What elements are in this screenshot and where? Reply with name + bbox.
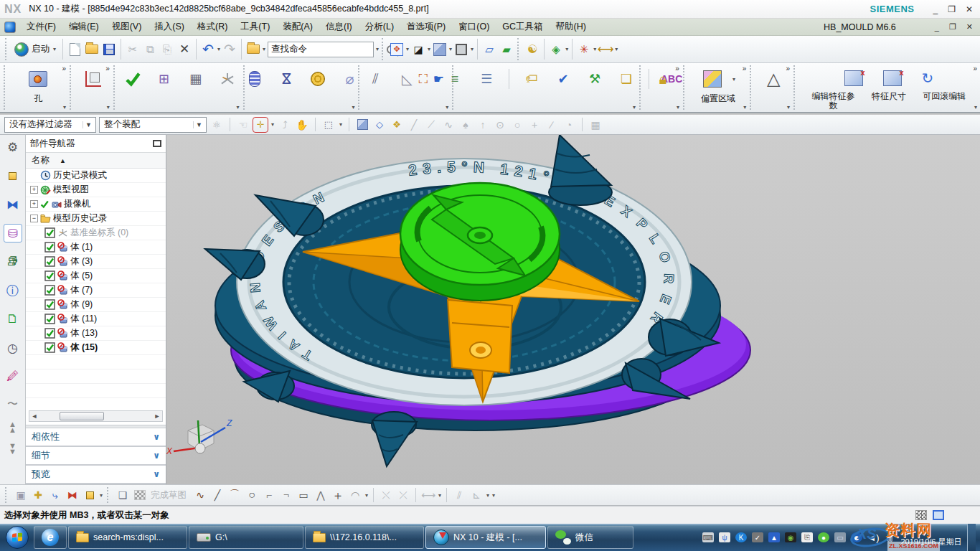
scroll-right-arrow[interactable]: ► — [152, 413, 162, 420]
checkbox-checked-icon[interactable] — [44, 342, 55, 353]
group-dropdown-arrow[interactable]: ▾ — [743, 104, 746, 110]
menu-insert[interactable]: 插入(S) — [148, 19, 191, 35]
chevron-down-icon[interactable]: ∨ — [153, 469, 160, 479]
shaded-cube-button[interactable] — [431, 41, 448, 58]
quick-extend-button[interactable]: ⤫ — [395, 487, 411, 503]
open-button[interactable] — [83, 41, 100, 58]
app-menu-icon[interactable] — [4, 22, 16, 33]
doc-minimize-button[interactable]: _ — [935, 23, 939, 32]
line2-snap-button[interactable]: ⟋ — [424, 118, 438, 132]
expand-plus[interactable]: + — [30, 186, 38, 194]
overflow-chevron[interactable]: » — [786, 65, 791, 72]
section-plane-button[interactable]: ▱ — [481, 41, 498, 58]
checkbox-checked-icon[interactable] — [44, 227, 55, 238]
section-details[interactable]: 细节 ∨ — [26, 447, 166, 466]
move-component-button[interactable]: ⤷ — [47, 487, 63, 503]
menu-information[interactable]: 信息(I) — [319, 19, 359, 35]
dropdown-caret[interactable]: ▼ — [83, 121, 94, 128]
tray-volume-icon[interactable]: ◄) — [867, 532, 879, 542]
note-tag-button[interactable]: 🏷︎ — [519, 67, 544, 90]
circle-snap-button[interactable]: ○ — [510, 118, 524, 132]
marquee-select-button[interactable]: ⬚ — [321, 118, 336, 132]
copy-button[interactable]: ⧉ — [141, 41, 159, 58]
offset-curve-button[interactable]: ◠ — [347, 487, 363, 503]
toolbar-drag-handle[interactable] — [107, 487, 111, 503]
expand-plus[interactable]: + — [30, 200, 38, 208]
tray-keyboard-icon[interactable]: ⌨ — [702, 532, 714, 542]
sketch-button[interactable]: ❏ — [115, 487, 131, 503]
overflow-chevron[interactable]: » — [743, 65, 747, 72]
tray-network-icon[interactable]: ⫿⫿ — [884, 532, 895, 542]
constraints-dropdown-arrow[interactable]: ▾ — [486, 492, 489, 499]
tree-item-history-mode[interactable]: 历史记录模式 — [26, 169, 166, 183]
assembly-navigator-icon[interactable] — [4, 166, 22, 185]
find-command-input[interactable] — [271, 44, 387, 55]
chamfer-button[interactable]: ¬ — [278, 487, 294, 503]
toolbar-drag-handle[interactable] — [5, 38, 9, 60]
overflow-chevron[interactable]: » — [675, 65, 679, 72]
menu-view[interactable]: 视图(V) — [105, 19, 149, 35]
spline-snap-button[interactable]: ♠ — [458, 118, 473, 132]
delete-button[interactable]: ✕ — [176, 41, 193, 58]
checkbox-checked-icon[interactable] — [44, 299, 55, 310]
check-body-button[interactable]: ✔ — [551, 67, 575, 90]
undo-dropdown-arrow[interactable]: ▾ — [217, 46, 220, 52]
hole-button[interactable] — [26, 67, 50, 90]
start-button[interactable] — [1, 525, 33, 550]
face-snap-button[interactable]: ◔ — [562, 118, 576, 132]
toolbar-drag-handle[interactable] — [5, 487, 9, 503]
dropdown-caret[interactable]: ▼ — [193, 121, 204, 128]
resource-gear-icon[interactable]: ⚙ — [4, 138, 22, 156]
highlight-filter-button[interactable]: ⚛ — [209, 118, 224, 132]
datum-plane-button[interactable]: △ — [761, 67, 786, 90]
circle-center-snap-button[interactable]: ⊙ — [493, 118, 507, 132]
point-button[interactable]: ＋ — [330, 487, 346, 503]
paste-button[interactable]: ⎘ — [159, 41, 176, 58]
tray-usb-icon[interactable]: ψ — [719, 532, 730, 542]
new-file-button[interactable] — [66, 41, 83, 58]
doc-restore-button[interactable]: ❐ — [949, 22, 956, 32]
toolbar-drag-handle[interactable] — [113, 65, 117, 110]
tree-item-body-1[interactable]: 体 (1) — [26, 240, 166, 255]
chevron-down-icon[interactable]: ∨ — [153, 451, 160, 461]
tree-item-model-history[interactable]: − 模型历史记录 — [26, 212, 166, 226]
tree-item-body-5[interactable]: 体 (5) — [26, 269, 166, 283]
minimize-button[interactable]: _ — [933, 5, 938, 14]
expand-minus[interactable]: − — [30, 215, 38, 222]
group-dropdown-arrow[interactable]: ▾ — [974, 104, 977, 110]
selection-scope-dropdown[interactable]: 整个装配 ▼ — [99, 117, 207, 133]
snap-view-button[interactable]: ✳ — [575, 41, 593, 58]
measure-button[interactable]: ⟷ — [597, 41, 614, 58]
tray-app-a-icon[interactable]: ▲ — [768, 532, 780, 542]
crossed-spring-button[interactable]: ⌀ — [337, 67, 362, 90]
checkbox-checked-icon[interactable] — [44, 270, 55, 281]
menu-analysis[interactable]: 分析(L) — [359, 19, 400, 35]
edit-feature-params-button[interactable] — [844, 70, 863, 86]
fillet-button[interactable]: ⌐ — [261, 487, 277, 503]
background-button[interactable] — [453, 41, 470, 58]
slash-snap-button[interactable]: ∕ — [545, 118, 559, 132]
background-dropdown-arrow[interactable]: ▾ — [471, 46, 473, 52]
taskbar-task-search[interactable]: search-ms:displ... — [68, 526, 187, 549]
group-dropdown-arrow[interactable]: ▾ — [677, 104, 679, 110]
examine-geometry-button[interactable] — [121, 67, 145, 90]
polygon-button[interactable]: ⋀ — [313, 487, 329, 503]
save-button[interactable] — [100, 41, 118, 58]
snap-dropdown-arrow[interactable]: ▾ — [271, 121, 274, 128]
taskbar-ie-button[interactable]: e — [34, 526, 67, 549]
toolbar-drag-handle[interactable] — [382, 38, 386, 60]
section-dependencies[interactable]: 相依性 ∨ — [26, 428, 166, 447]
start-menu-button[interactable]: 启动 ▾ — [11, 41, 60, 58]
start-dropdown-arrow[interactable]: ▾ — [53, 46, 56, 52]
doc-close-button[interactable]: ✕ — [966, 22, 973, 32]
arc-button[interactable]: ⌒ — [227, 487, 242, 503]
group-dropdown-arrow[interactable]: ▾ — [352, 104, 354, 110]
toolbar-drag-handle[interactable] — [70, 65, 73, 110]
geometric-constraints-button[interactable]: ⫽ — [451, 487, 467, 503]
shaded-solid-button[interactable] — [355, 118, 369, 132]
component-dropdown-arrow[interactable]: ▾ — [100, 492, 103, 499]
tray-usb-safe-icon[interactable]: ✓ — [752, 532, 763, 542]
checkbox-checked-icon[interactable] — [44, 256, 55, 267]
restore-button[interactable]: ❐ — [948, 5, 956, 14]
menu-preferences[interactable]: 首选项(P) — [400, 19, 452, 35]
